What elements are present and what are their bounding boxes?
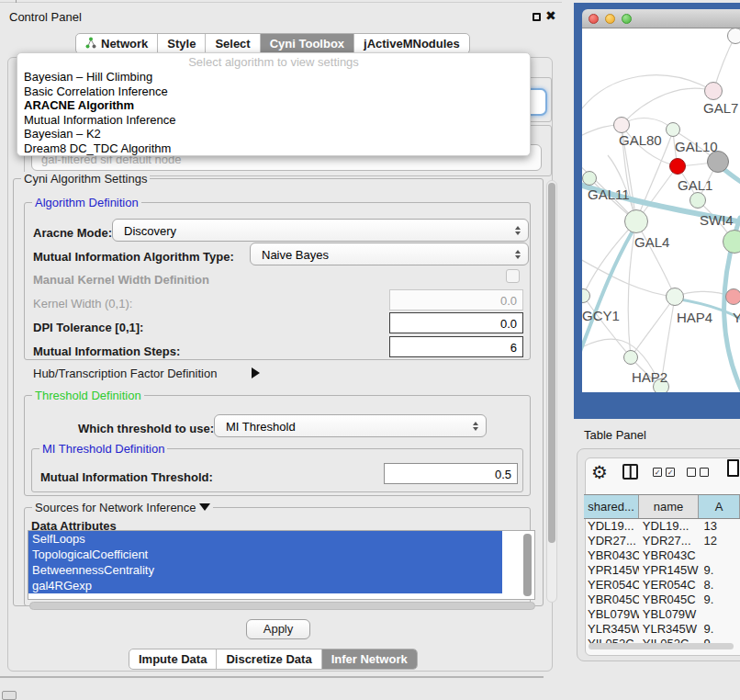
- mi-steps-label: Mutual Information Steps:: [33, 344, 180, 358]
- kernel-width-field[interactable]: 0.0: [389, 289, 523, 310]
- apply-button[interactable]: Apply: [246, 619, 310, 639]
- cell[interactable]: YDL19...: [584, 519, 639, 534]
- column-header-shared-name[interactable]: shared...: [584, 495, 639, 518]
- cell[interactable]: [699, 607, 740, 622]
- cell[interactable]: YER054C: [584, 578, 639, 593]
- dropdown-item[interactable]: Dream8 DC_TDC Algorithm: [17, 141, 530, 156]
- tab-cyni-toolbox[interactable]: Cyni Toolbox: [261, 34, 354, 53]
- dropdown-item-selected[interactable]: ARACNE Algorithm: [17, 98, 530, 113]
- cell[interactable]: 9.: [699, 622, 740, 637]
- dropdown-item[interactable]: Bayesian – Hill Climbing: [17, 70, 530, 85]
- list-item[interactable]: TopologicalCoefficient: [28, 547, 502, 562]
- expand-arrow-icon[interactable]: [252, 366, 260, 379]
- cell[interactable]: YLR345W: [639, 622, 699, 637]
- cell[interactable]: YLR345W: [584, 622, 639, 637]
- cell[interactable]: YPR145W: [584, 563, 639, 578]
- mi-steps-field[interactable]: 6: [389, 336, 523, 357]
- column-header-third[interactable]: A: [699, 495, 740, 518]
- manual-kernel-checkbox[interactable]: [506, 269, 520, 283]
- table-row[interactable]: YDL19...YDL19...13: [584, 519, 740, 534]
- zoom-window-button[interactable]: [622, 14, 632, 24]
- tab-label: Style: [167, 37, 196, 51]
- dropdown-item[interactable]: Bayesian – K2: [17, 127, 530, 141]
- network-node-hap2[interactable]: [623, 350, 638, 365]
- minimize-window-button[interactable]: [605, 14, 615, 24]
- cell[interactable]: 12: [699, 534, 740, 548]
- table-row[interactable]: YDR27...YDR27...12: [584, 534, 740, 548]
- network-node-gal11[interactable]: [582, 171, 597, 186]
- table-row[interactable]: YBR043CYBR043C: [584, 548, 740, 563]
- tab-infer-network[interactable]: Infer Network: [322, 649, 417, 669]
- network-node-hap4[interactable]: [666, 288, 684, 306]
- dropdown-item[interactable]: Mutual Information Inference: [17, 113, 530, 128]
- close-panel-icon[interactable]: ✖: [545, 8, 556, 23]
- table-row[interactable]: YBR045CYBR045C9.: [584, 593, 740, 607]
- network-node-gal80[interactable]: [613, 117, 630, 133]
- deselect-all-checkboxes-icon[interactable]: [687, 468, 709, 477]
- cell[interactable]: YBL079W: [584, 607, 639, 622]
- aracne-mode-combobox[interactable]: Discovery: [112, 219, 529, 242]
- network-node-pink[interactable]: [725, 288, 740, 305]
- tab-jactivemnodules[interactable]: jActiveMNodules: [354, 34, 469, 53]
- gear-icon[interactable]: ⚙: [591, 461, 608, 483]
- cell[interactable]: YPR145W: [639, 563, 699, 578]
- cell[interactable]: YBR043C: [584, 548, 639, 563]
- list-horizontal-scrollbar[interactable]: [29, 602, 535, 610]
- tab-discretize-data[interactable]: Discretize Data: [217, 649, 321, 669]
- cell[interactable]: YDR27...: [639, 534, 699, 548]
- cell[interactable]: YBL079W: [639, 607, 699, 622]
- network-node-swi4[interactable]: [690, 192, 706, 209]
- minimized-panel-icon[interactable]: [2, 691, 17, 700]
- kernel-width-label: Kernel Width (0,1):: [33, 297, 132, 310]
- network-node-gal10[interactable]: [666, 122, 680, 137]
- network-node-gal7[interactable]: [704, 82, 723, 100]
- table-header-row: shared... name A: [584, 494, 740, 519]
- list-item[interactable]: gal4RGexp: [28, 578, 502, 593]
- column-header-name[interactable]: name: [639, 495, 699, 518]
- cell[interactable]: YBR045C: [639, 593, 699, 607]
- cell[interactable]: YDR27...: [584, 534, 639, 548]
- control-panel-tabs: Network Style Select Cyni Toolbox jActiv…: [75, 33, 470, 54]
- columns-icon[interactable]: [622, 464, 638, 480]
- hub-definition-expander-label[interactable]: Hub/Transcription Factor Definition: [33, 367, 217, 380]
- document-icon[interactable]: [727, 459, 739, 477]
- close-window-button[interactable]: [589, 14, 599, 24]
- dpi-tolerance-field[interactable]: 0.0: [389, 312, 523, 333]
- list-item[interactable]: BetweennessCentrality: [28, 562, 502, 578]
- table-row[interactable]: YLR345WYLR345W9.: [584, 622, 740, 637]
- mi-type-combobox[interactable]: Naive Bayes: [250, 243, 529, 265]
- table-row[interactable]: YER054CYER054C8.: [584, 578, 740, 593]
- cell[interactable]: 8.: [699, 578, 740, 593]
- cell[interactable]: YBR043C: [639, 548, 699, 563]
- network-node-gal4[interactable]: [624, 209, 648, 233]
- table-horizontal-scrollbar[interactable]: [589, 643, 734, 649]
- network-node[interactable]: [727, 28, 740, 44]
- tab-impute-data[interactable]: Impute Data: [129, 649, 217, 669]
- dropdown-item[interactable]: Basic Correlation Inference: [17, 85, 530, 99]
- tab-style[interactable]: Style: [158, 34, 206, 53]
- collapse-arrow-icon[interactable]: [199, 501, 210, 514]
- network-window-titlebar[interactable]: [582, 9, 740, 28]
- cell[interactable]: [699, 548, 740, 563]
- cell[interactable]: YDL19...: [639, 519, 699, 534]
- select-all-checkboxes-icon[interactable]: ✓✓: [653, 468, 675, 477]
- settings-scrollbar[interactable]: [546, 180, 557, 603]
- list-item[interactable]: SelfLoops: [28, 531, 502, 547]
- tab-network[interactable]: Network: [76, 34, 158, 53]
- mi-threshold-field[interactable]: 0.5: [384, 463, 518, 484]
- cell[interactable]: 9.: [699, 593, 740, 607]
- cell[interactable]: YER054C: [639, 578, 699, 593]
- which-threshold-combobox[interactable]: MI Threshold: [214, 414, 487, 437]
- list-scrollbar-thumb[interactable]: [523, 534, 532, 596]
- cell[interactable]: 13: [699, 519, 740, 534]
- network-node-green-large[interactable]: [723, 230, 740, 254]
- tab-select[interactable]: Select: [206, 34, 260, 53]
- settings-scrollbar-thumb[interactable]: [548, 183, 555, 543]
- table-row[interactable]: YPR145WYPR145W9.: [584, 563, 740, 578]
- float-panel-button[interactable]: [533, 13, 541, 21]
- network-canvas[interactable]: GAL7 GAL80 GAL10 GAL1 SWI4 GAL11 GAL4 GC…: [582, 28, 740, 392]
- cell[interactable]: 9.: [699, 563, 740, 578]
- cell[interactable]: YBR045C: [584, 593, 639, 607]
- network-node-gal1[interactable]: [669, 158, 686, 175]
- table-row[interactable]: YBL079WYBL079W: [584, 607, 740, 622]
